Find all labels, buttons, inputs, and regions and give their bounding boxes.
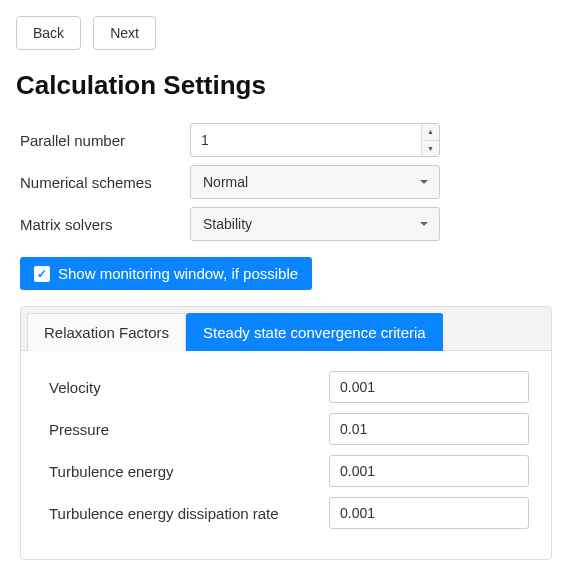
turbulence-energy-input[interactable] (329, 455, 529, 487)
parallel-number-label: Parallel number (20, 132, 190, 149)
nav-row: Back Next (16, 16, 556, 50)
velocity-label: Velocity (49, 379, 329, 396)
pressure-row: Pressure (49, 413, 531, 445)
numerical-schemes-row: Numerical schemes Normal (20, 165, 552, 199)
tab-content-convergence: Velocity Pressure Turbulence energy Turb… (21, 351, 551, 559)
matrix-solvers-row: Matrix solvers Stability (20, 207, 552, 241)
turbulence-dissipation-input[interactable] (329, 497, 529, 529)
parallel-number-input[interactable] (190, 123, 440, 157)
settings-block: Parallel number ▲ ▼ Numerical schemes No… (16, 123, 556, 560)
numerical-schemes-label: Numerical schemes (20, 174, 190, 191)
spinner-up-button[interactable]: ▲ (422, 124, 439, 141)
tab-bar: Relaxation Factors Steady state converge… (21, 307, 551, 351)
show-monitoring-label: Show monitoring window, if possible (58, 265, 298, 282)
numerical-schemes-select[interactable]: Normal (190, 165, 440, 199)
show-monitoring-toggle[interactable]: ✓ Show monitoring window, if possible (20, 257, 312, 290)
back-button[interactable]: Back (16, 16, 81, 50)
next-button[interactable]: Next (93, 16, 156, 50)
spinner-buttons: ▲ ▼ (421, 124, 439, 156)
velocity-input[interactable] (329, 371, 529, 403)
pressure-input[interactable] (329, 413, 529, 445)
spinner-down-button[interactable]: ▼ (422, 141, 439, 157)
checkbox-checked-icon: ✓ (34, 266, 50, 282)
pressure-label: Pressure (49, 421, 329, 438)
parallel-number-stepper[interactable]: ▲ ▼ (190, 123, 440, 157)
matrix-solvers-select[interactable]: Stability (190, 207, 440, 241)
parallel-number-row: Parallel number ▲ ▼ (20, 123, 552, 157)
chevron-down-icon (420, 180, 428, 184)
tab-relaxation-factors[interactable]: Relaxation Factors (27, 313, 186, 351)
criteria-panel: Relaxation Factors Steady state converge… (20, 306, 552, 560)
turbulence-energy-row: Turbulence energy (49, 455, 531, 487)
page-title: Calculation Settings (16, 70, 556, 101)
chevron-down-icon (420, 222, 428, 226)
turbulence-energy-label: Turbulence energy (49, 463, 329, 480)
turbulence-dissipation-row: Turbulence energy dissipation rate (49, 497, 531, 529)
matrix-solvers-label: Matrix solvers (20, 216, 190, 233)
velocity-row: Velocity (49, 371, 531, 403)
tab-steady-state-convergence[interactable]: Steady state convergence criteria (186, 313, 443, 351)
turbulence-dissipation-label: Turbulence energy dissipation rate (49, 505, 329, 522)
matrix-solvers-value: Stability (203, 216, 252, 232)
numerical-schemes-value: Normal (203, 174, 248, 190)
